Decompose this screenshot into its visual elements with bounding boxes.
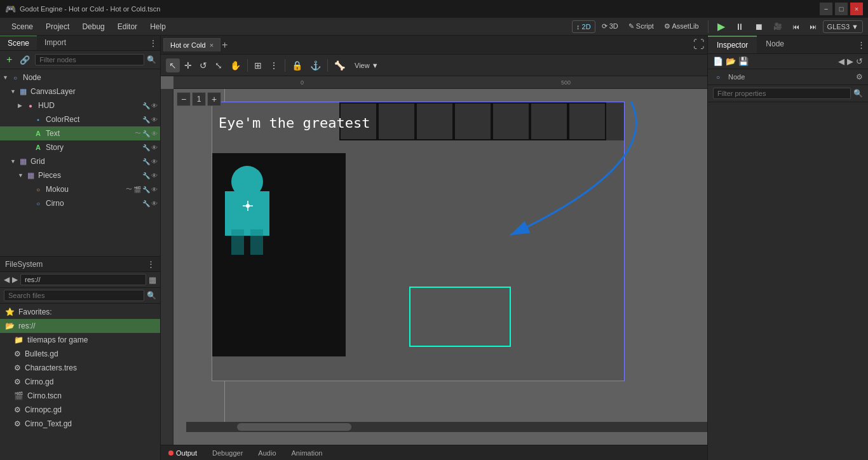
movie-button[interactable]: 🎥 [770,20,786,32]
bottom-tab-output[interactable]: Output [166,449,200,457]
tree-arrow-pieces[interactable]: ▼ [18,172,24,179]
fs-search-input[interactable] [4,290,144,301]
horizontal-scrollbar[interactable] [186,422,707,432]
minimize-button[interactable]: − [820,3,832,15]
tree-arrow-canvaslayer[interactable]: ▼ [10,88,17,95]
fs-layout-button[interactable]: ▦ [149,275,156,285]
text-vis-btn[interactable]: 👁 [151,129,158,138]
menu-debug[interactable]: Debug [76,21,111,32]
menu-scene[interactable]: Scene [5,21,39,32]
viewport-tab-hot-or-cold[interactable]: Hot or Cold × [163,38,220,51]
fs-back-button[interactable]: ◀ [4,275,10,284]
viewport-tab-add[interactable]: + [222,39,227,51]
menu-project[interactable]: Project [39,21,76,32]
tree-arrow-grid[interactable]: ▼ [10,158,17,165]
zoom-out-button[interactable]: − [177,92,191,106]
inspector-settings-button[interactable]: ⚙ [856,72,863,81]
tree-arrow-node[interactable]: ▼ [3,74,9,81]
titlebar-controls[interactable]: − □ × [820,3,863,15]
fs-item-res[interactable]: 📂 res:// [0,319,160,333]
mokou-vis-btn[interactable]: 👁 [151,185,158,194]
more-tools-button[interactable]: ⋮ [266,58,281,72]
colorrect-vis-btn[interactable]: 👁 [151,116,158,123]
tree-item-colorrect[interactable]: ▶ ▪ ColorRect 🔧 👁 [0,112,160,126]
inspector-filter-input[interactable] [713,88,851,99]
viewport-fullscreen-button[interactable]: ⛶ [693,38,705,51]
lock-button[interactable]: 🔒 [288,58,306,72]
bottom-tab-audio[interactable]: Audio [255,449,278,457]
pieces-script-btn[interactable]: 🔧 [142,172,150,179]
tree-item-canvaslayer[interactable]: ▼ ▦ CanvasLayer [0,85,160,98]
tree-item-grid[interactable]: ▼ ▦ Grid 🔧 👁 [0,154,160,168]
2d-button[interactable]: ↕ 2D [572,20,595,33]
fs-item-cirno-text[interactable]: ⚙ Cirno_Text.gd [0,417,160,431]
step-prev-button[interactable]: ⏮ [789,21,803,32]
tab-import[interactable]: Import [37,36,74,50]
inspector-open-script[interactable]: 📂 [726,57,736,66]
inspector-history-back[interactable]: ◀ [838,57,844,66]
inspector-save-script[interactable]: 💾 [738,57,749,66]
bone-button[interactable]: 🦴 [331,58,348,72]
hud-vis-btn[interactable]: 👁 [151,102,158,109]
view-menu-button[interactable]: View ▼ [349,60,384,71]
stop-button[interactable]: ⏹ [750,20,767,34]
mokou-anim-btn[interactable]: 🎬 [133,185,141,194]
tree-arrow-hud[interactable]: ▶ [18,102,24,109]
menu-help[interactable]: Help [144,21,172,32]
scrollbar-thumb[interactable] [237,423,351,431]
text-signal-btn[interactable]: 〜 [135,129,141,138]
fs-path-input[interactable] [20,274,146,285]
fs-item-tilemaps[interactable]: 📁 tilemaps for game [0,333,160,347]
play-button[interactable]: ▶ [714,18,729,34]
hud-script-btn[interactable]: 🔧 [142,102,150,109]
grid-vis-btn[interactable]: 👁 [151,158,158,165]
scale-tool-button[interactable]: ⤡ [212,58,226,72]
fs-item-characters[interactable]: ⚙ Characters.tres [0,361,160,375]
inspector-filter-search[interactable]: 🔍 [853,89,863,98]
step-next-button[interactable]: ⏭ [806,21,820,32]
mokou-signal-btn[interactable]: 〜 [126,185,132,194]
pan-tool-button[interactable]: ✋ [227,58,244,72]
inspector-history-refresh[interactable]: ↺ [856,57,863,66]
tab-inspector[interactable]: Inspector [708,36,757,53]
scene-panel-more[interactable]: ⋮ [149,38,158,48]
rotate-tool-button[interactable]: ↺ [196,58,210,72]
script-button[interactable]: ✎ Script [625,20,658,32]
colorrect-script-btn[interactable]: 🔧 [142,116,150,123]
close-button[interactable]: × [850,3,863,15]
grid-script-btn[interactable]: 🔧 [142,158,150,165]
tree-item-hud[interactable]: ▶ ● HUD 🔧 👁 [0,98,160,112]
fs-search-button[interactable]: 🔍 [147,291,156,300]
fs-item-bullets[interactable]: ⚙ Bullets.gd [0,347,160,361]
inspector-panel-more[interactable]: ⋮ [857,40,865,50]
gles-button[interactable]: GLES3 ▼ [823,20,863,33]
scene-viewport[interactable]: Eye'm the greatest [212,102,625,381]
story-vis-btn[interactable]: 👁 [151,144,158,151]
add-node-button[interactable]: + [4,53,15,67]
3d-button[interactable]: ⟳ 3D [598,20,622,32]
menu-editor[interactable]: Editor [111,21,144,32]
maximize-button[interactable]: □ [835,3,848,15]
filter-nodes-input[interactable] [35,54,144,65]
cirno-script-btn[interactable]: 🔧 [142,200,150,207]
tree-item-story[interactable]: ▶ A Story 🔧 👁 [0,140,160,154]
tree-item-mokou[interactable]: ▶ ○ Mokou 〜 🎬 🔧 👁 [0,182,160,196]
canvas-area[interactable]: − 1 + [173,89,707,432]
filesystem-more-button[interactable]: ⋮ [147,259,155,269]
filter-search-button[interactable]: 🔍 [147,55,156,64]
select-tool-button[interactable]: ↖ [166,58,180,72]
tab-scene[interactable]: Scene [0,36,37,50]
story-script-btn[interactable]: 🔧 [142,144,150,151]
fs-item-cirno-gd[interactable]: ⚙ Cirno.gd [0,375,160,389]
snap-button[interactable]: ⊞ [251,58,265,72]
tree-item-text[interactable]: ▶ A Text 〜 🔧 👁 [0,126,160,140]
bottom-tab-animation[interactable]: Animation [289,449,325,457]
fs-item-cirnopc[interactable]: ⚙ Cirnopc.gd [0,403,160,417]
zoom-in-button[interactable]: + [207,92,221,106]
viewport-tab-close[interactable]: × [210,41,214,49]
tree-item-cirno[interactable]: ▶ ○ Cirno 🔧 👁 [0,196,160,210]
text-script-btn[interactable]: 🔧 [142,129,150,138]
link-node-button[interactable]: 🔗 [17,54,32,66]
viewport-container[interactable]: 0 500 − 1 + [161,76,707,445]
inspector-new-script[interactable]: 📄 [713,57,723,66]
